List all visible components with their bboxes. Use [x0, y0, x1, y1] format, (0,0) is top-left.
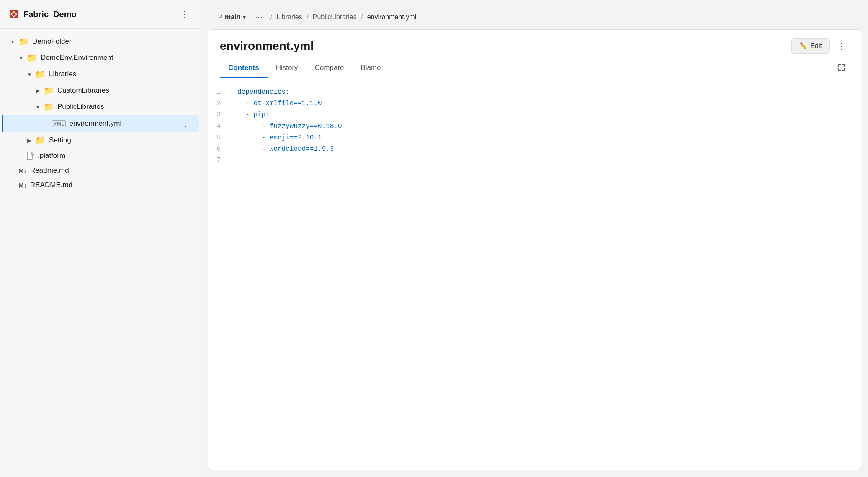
- branch-label: main: [225, 13, 240, 21]
- tree-item-demoenv[interactable]: ▾ 📁 DemoEnv.Environment: [2, 50, 199, 66]
- file-card: environment.yml ✏️ Edit ⋮ Contents Histo…: [208, 29, 861, 470]
- code-line-1: dependencies:: [229, 87, 861, 98]
- line-number: 7: [208, 155, 229, 166]
- main-content: ⑂ main ▾ ⋯ / Libraries / PublicLibraries…: [201, 0, 868, 477]
- chevron-right-icon: ▶: [25, 136, 33, 144]
- chevron-down-icon: ▾: [243, 14, 246, 21]
- sidebar: Fabric_Demo ⋮ ▾ 📁 DemoFolder ▾ 📁 DemoEnv…: [0, 0, 201, 477]
- folder-icon: 📁: [35, 135, 46, 145]
- file-tree: ▾ 📁 DemoFolder ▾ 📁 DemoEnv.Environment ▾…: [0, 29, 201, 477]
- code-line-4: - fuzzywuzzy==0.18.0: [229, 121, 861, 132]
- code-area: 1 dependencies: 2 - et-xmlfile==1.1.0 3 …: [208, 78, 861, 470]
- tree-item-label: .platform: [38, 152, 192, 160]
- tab-compare[interactable]: Compare: [307, 59, 353, 78]
- markdown-icon: M↓: [18, 182, 27, 189]
- tree-item-environmentyml[interactable]: ▶ YML environment.yml ⋮: [2, 115, 199, 132]
- code-row-2: 2 - et-xmlfile==1.1.0: [208, 98, 861, 109]
- tree-item-label: DemoEnv.Environment: [41, 54, 192, 62]
- file-title: environment.yml: [220, 39, 314, 53]
- tree-item-publiclibraries[interactable]: ▾ 📁 PublicLibraries: [2, 99, 199, 115]
- breadcrumb-separator: /: [359, 13, 365, 22]
- folder-icon: 📁: [18, 36, 29, 46]
- tree-item-platform[interactable]: ▶ .platform: [2, 149, 199, 163]
- code-row-6: 6 - wordcloud==1.9.3: [208, 144, 861, 155]
- branch-button[interactable]: ⑂ main ▾: [214, 11, 249, 23]
- breadcrumb-separator: /: [305, 13, 310, 22]
- tab-contents[interactable]: Contents: [220, 59, 268, 78]
- tree-item-label: CustomLibraries: [57, 86, 192, 95]
- markdown-icon: M↓: [18, 167, 27, 174]
- code-row-4: 4 - fuzzywuzzy==0.18.0: [208, 121, 861, 132]
- fabric-logo-icon: [8, 9, 19, 20]
- tree-item-label: Readme.md: [30, 166, 192, 175]
- line-number: 4: [208, 121, 229, 132]
- file-tabs: Contents History Compare Blame: [220, 59, 389, 78]
- file-more-button[interactable]: ⋮: [834, 39, 849, 54]
- tree-item-label: DemoFolder: [32, 37, 192, 46]
- breadcrumb-current: environment.yml: [367, 13, 416, 21]
- code-line-5: - emoji==2.10.1: [229, 132, 861, 144]
- tree-item-libraries[interactable]: ▾ 📁 Libraries: [2, 66, 199, 82]
- tree-item-readmemd[interactable]: ▶ M↓ Readme.md: [2, 163, 199, 178]
- file-card-header: environment.yml ✏️ Edit ⋮: [208, 30, 861, 54]
- tree-item-demofolder[interactable]: ▾ 📁 DemoFolder: [2, 34, 199, 49]
- tree-item-label: Setting: [49, 136, 192, 144]
- tab-history[interactable]: History: [268, 59, 307, 78]
- edit-label: Edit: [810, 42, 822, 50]
- file-icon: [27, 152, 34, 160]
- code-row-3: 3 - pip:: [208, 109, 861, 121]
- sidebar-more-button[interactable]: ⋮: [177, 8, 192, 21]
- branch-icon: ⑂: [218, 13, 222, 22]
- code-line-3: - pip:: [229, 109, 861, 121]
- sidebar-header: Fabric_Demo ⋮: [0, 0, 201, 29]
- sidebar-title: Fabric_Demo: [23, 10, 77, 19]
- tree-item-label: Libraries: [49, 70, 192, 78]
- tree-item-label: README.md: [30, 181, 192, 189]
- code-row-7: 7: [208, 155, 861, 166]
- yml-file-icon: YML: [52, 120, 66, 127]
- folder-icon: 📁: [27, 53, 37, 63]
- expand-button[interactable]: [834, 61, 849, 76]
- expand-icon: [837, 63, 846, 72]
- tree-item-customlibraries[interactable]: ▶ 📁 CustomLibraries: [2, 83, 199, 98]
- tree-item-readmemd2[interactable]: ▶ M↓ README.md: [2, 178, 199, 192]
- edit-button[interactable]: ✏️ Edit: [791, 38, 830, 54]
- tab-blame[interactable]: Blame: [353, 59, 389, 78]
- chevron-right-icon: ▶: [33, 86, 42, 95]
- code-row-1: 1 dependencies:: [208, 87, 861, 98]
- chevron-down-icon: ▾: [25, 70, 33, 78]
- chevron-down-icon: ▾: [33, 103, 42, 111]
- breadcrumb-separator: /: [268, 13, 274, 22]
- item-more-button[interactable]: ⋮: [180, 118, 192, 129]
- topbar-more-button[interactable]: ⋯: [252, 11, 266, 23]
- code-row-5: 5 - emoji==2.10.1: [208, 132, 861, 144]
- folder-icon: 📁: [35, 69, 46, 79]
- sidebar-title-row: Fabric_Demo: [8, 9, 77, 20]
- chevron-down-icon: ▾: [17, 54, 25, 62]
- file-card-actions: ✏️ Edit ⋮: [791, 38, 849, 54]
- tree-item-label: PublicLibraries: [57, 103, 192, 111]
- topbar: ⑂ main ▾ ⋯ / Libraries / PublicLibraries…: [208, 7, 861, 28]
- edit-icon: ✏️: [799, 42, 808, 50]
- line-number: 1: [208, 87, 229, 98]
- line-number: 6: [208, 144, 229, 155]
- code-line-6: - wordcloud==1.9.3: [229, 144, 861, 155]
- tabs-row: Contents History Compare Blame: [208, 59, 861, 78]
- svg-marker-4: [31, 152, 34, 155]
- breadcrumb-libraries[interactable]: Libraries: [276, 13, 302, 21]
- folder-icon: 📁: [44, 85, 54, 95]
- line-number: 2: [208, 98, 229, 109]
- tree-item-setting[interactable]: ▶ 📁 Setting: [2, 132, 199, 148]
- breadcrumb-publiclibraries[interactable]: PublicLibraries: [313, 13, 357, 21]
- code-line-2: - et-xmlfile==1.1.0: [229, 98, 861, 109]
- code-table: 1 dependencies: 2 - et-xmlfile==1.1.0 3 …: [208, 87, 861, 166]
- line-number: 5: [208, 132, 229, 144]
- tree-item-label: environment.yml: [69, 119, 180, 128]
- chevron-down-icon: ▾: [8, 37, 17, 46]
- line-number: 3: [208, 109, 229, 121]
- folder-icon: 📁: [44, 102, 54, 112]
- code-line-7: [229, 155, 861, 166]
